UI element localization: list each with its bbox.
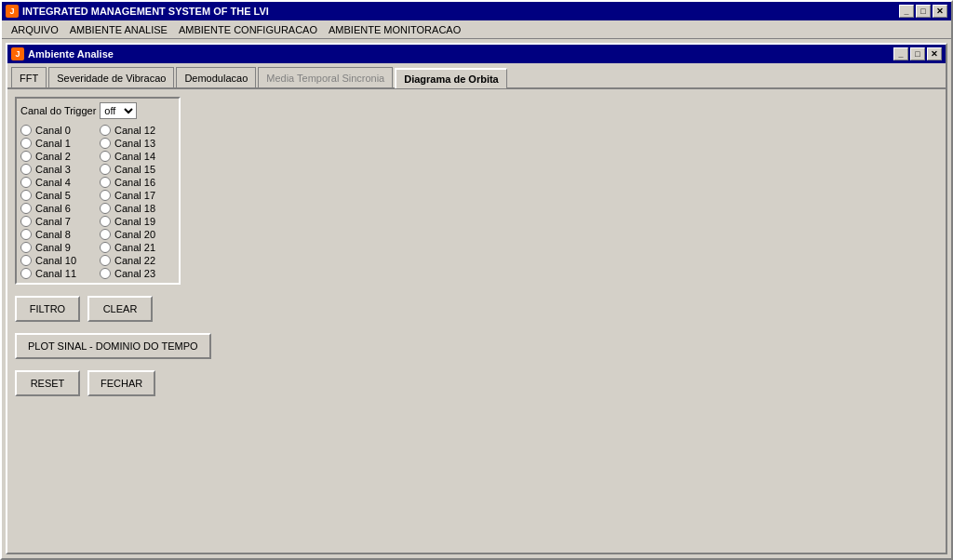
list-item: Canal 13 [100,138,175,149]
list-item: Canal 16 [100,177,175,188]
channel-14-label: Canal 14 [114,151,155,162]
tab-bar: FFT Severidade de Vibracao Demodulacao M… [7,63,946,89]
tab-demodulacao[interactable]: Demodulacao [176,67,256,87]
channel-0-radio[interactable] [20,125,32,136]
inner-close-button[interactable]: ✕ [927,47,942,60]
channel-13-radio[interactable] [100,138,111,149]
channel-1-label: Canal 1 [35,138,71,149]
fechar-button[interactable]: FECHAR [87,370,155,396]
channel-10-radio[interactable] [20,255,32,266]
list-item: Canal 12 [100,125,175,136]
channel-23-label: Canal 23 [114,268,155,279]
channel-11-label: Canal 11 [35,268,76,279]
channel-8-radio[interactable] [20,229,32,240]
clear-button[interactable]: CLEAR [87,296,153,322]
channel-3-radio[interactable] [20,164,32,175]
reset-button[interactable]: RESET [15,370,80,396]
channel-21-radio[interactable] [100,242,111,253]
outer-window-controls: _ □ ✕ [899,5,947,18]
channel-20-label: Canal 20 [114,229,155,240]
list-item: Canal 5 [20,190,96,201]
channel-15-radio[interactable] [100,164,111,175]
outer-close-button[interactable]: ✕ [933,5,947,18]
menu-ambiente-monitoracao[interactable]: AMBIENTE MONITORACAO [323,22,466,37]
channel-2-radio[interactable] [20,151,32,162]
inner-maximize-button[interactable]: □ [910,47,925,60]
outer-minimize-button[interactable]: _ [899,5,914,18]
inner-minimize-button[interactable]: _ [893,47,908,60]
channel-9-radio[interactable] [20,242,32,253]
channel-5-radio[interactable] [20,190,32,201]
inner-title-group: J Ambiente Analise [11,47,114,60]
list-item: Canal 10 [20,255,96,266]
channel-23-radio[interactable] [100,268,111,279]
channel-14-radio[interactable] [100,151,111,162]
outer-title-group: J INTEGRATED MANAGEMENT SYSTEM OF THE LV… [6,5,269,18]
menu-ambiente-configuracao[interactable]: AMBIENTE CONFIGURACAO [173,22,323,37]
outer-maximize-button[interactable]: □ [916,5,931,18]
list-item: Canal 9 [20,242,96,253]
channel-5-label: Canal 5 [35,190,71,201]
channel-17-radio[interactable] [100,190,111,201]
channel-21-label: Canal 21 [114,242,155,253]
channel-22-label: Canal 22 [114,255,155,266]
inner-window-controls: _ □ ✕ [893,47,942,60]
menubar: ARQUIVO AMBIENTE ANALISE AMBIENTE CONFIG… [2,20,951,39]
list-item: Canal 17 [100,190,175,201]
trigger-select[interactable]: off 0 1 2 3 [100,102,137,119]
tab-severidade[interactable]: Severidade de Vibracao [48,67,174,87]
channel-1-radio[interactable] [20,138,32,149]
channel-16-label: Canal 16 [114,177,155,188]
tab-fft[interactable]: FFT [11,67,47,87]
trigger-label: Canal do Trigger [20,105,96,116]
menu-arquivo[interactable]: ARQUIVO [6,22,64,37]
channel-9-label: Canal 9 [35,242,71,253]
list-item: Canal 14 [100,151,175,162]
channel-18-radio[interactable] [100,203,111,214]
channel-10-label: Canal 10 [35,255,76,266]
channel-3-label: Canal 3 [35,164,71,175]
list-item: Canal 18 [100,203,175,214]
list-item: Canal 3 [20,164,96,175]
channel-20-radio[interactable] [100,229,111,240]
list-item: Canal 6 [20,203,96,214]
channel-12-label: Canal 12 [114,125,155,136]
outer-window-title: INTEGRATED MANAGEMENT SYSTEM OF THE LVI [22,6,269,17]
channel-16-radio[interactable] [100,177,111,188]
list-item: Canal 4 [20,177,96,188]
channel-4-label: Canal 4 [35,177,71,188]
list-item: Canal 20 [100,229,175,240]
list-item: Canal 19 [100,216,175,227]
list-item: Canal 23 [100,268,175,279]
channel-7-radio[interactable] [20,216,32,227]
outer-window-icon: J [6,5,19,18]
outer-titlebar: J INTEGRATED MANAGEMENT SYSTEM OF THE LV… [2,2,951,20]
channel-6-radio[interactable] [20,203,32,214]
menu-ambiente-analise[interactable]: AMBIENTE ANALISE [64,22,173,37]
channel-8-label: Canal 8 [35,229,71,240]
channel-15-label: Canal 15 [114,164,155,175]
channel-12-radio[interactable] [100,125,111,136]
plot-sinal-button[interactable]: PLOT SINAL - DOMINIO DO TEMPO [15,333,211,359]
list-item: Canal 15 [100,164,175,175]
content-area: Canal do Trigger off 0 1 2 3 Canal 0 [7,89,946,553]
channel-0-label: Canal 0 [35,125,71,136]
channel-22-radio[interactable] [100,255,111,266]
channel-panel: Canal do Trigger off 0 1 2 3 Canal 0 [15,97,181,285]
list-item: Canal 8 [20,229,96,240]
channel-17-label: Canal 17 [114,190,155,201]
channel-11-radio[interactable] [20,268,32,279]
channel-19-radio[interactable] [100,216,111,227]
list-item: Canal 1 [20,138,96,149]
tab-diagrama-orbita[interactable]: Diagrama de Orbita [395,68,506,88]
channel-6-label: Canal 6 [35,203,71,214]
channel-4-radio[interactable] [20,177,32,188]
reset-fechar-row: RESET FECHAR [15,370,938,396]
inner-titlebar: J Ambiente Analise _ □ ✕ [7,45,946,63]
inner-window-icon: J [11,47,24,60]
channel-13-label: Canal 13 [114,138,155,149]
list-item: Canal 0 [20,125,96,136]
filtro-button[interactable]: FILTRO [15,296,80,322]
channel-7-label: Canal 7 [35,216,71,227]
outer-window: J INTEGRATED MANAGEMENT SYSTEM OF THE LV… [0,0,953,560]
